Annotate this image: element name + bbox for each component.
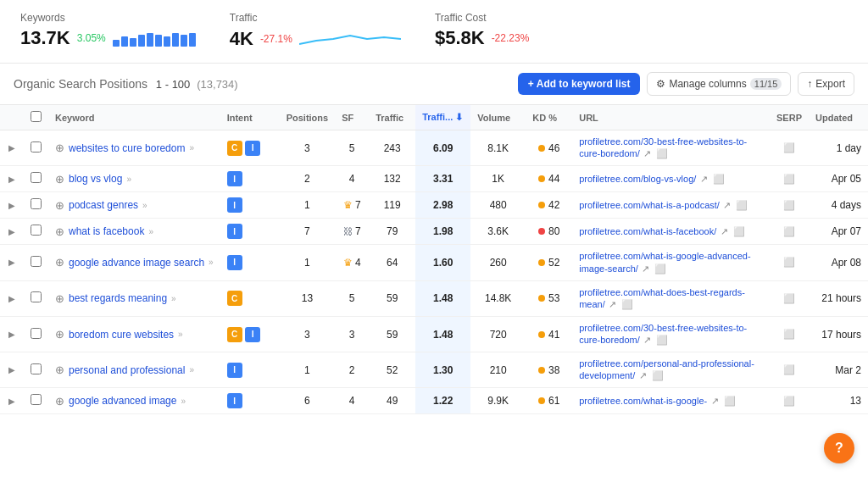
row-checkbox-cell[interactable] <box>24 192 48 219</box>
row-expand[interactable]: ▶ <box>0 316 24 352</box>
row-checkbox[interactable] <box>31 394 42 405</box>
row-checkbox[interactable] <box>31 141 42 153</box>
url-link[interactable]: profiletree.com/blog-vs-vlog/ <box>579 174 696 184</box>
row-expand[interactable]: ▶ <box>0 219 24 245</box>
serp-button[interactable]: ⬜ <box>782 328 796 341</box>
url-copy-button[interactable]: ⬜ <box>654 263 667 275</box>
expand-button[interactable]: ▶ <box>7 363 17 376</box>
url-open-button[interactable]: ↗ <box>722 199 732 212</box>
expand-button[interactable]: ▶ <box>7 225 17 238</box>
row-expand[interactable]: ▶ <box>0 280 24 316</box>
keyword-text[interactable]: boredom cure websites <box>69 329 174 341</box>
url-copy-button[interactable]: ⬜ <box>732 225 746 238</box>
url-link[interactable]: profiletree.com/what-is-facebook/ <box>579 226 716 236</box>
row-expand[interactable]: ▶ <box>0 192 24 219</box>
url-open-button[interactable]: ↗ <box>641 263 650 275</box>
keyword-text[interactable]: websites to cure boredom <box>69 142 185 154</box>
serp-cell[interactable]: ⬜ <box>770 245 809 280</box>
row-checkbox-cell[interactable] <box>24 245 48 280</box>
row-checkbox[interactable] <box>31 328 42 339</box>
url-open-button[interactable]: ↗ <box>643 147 652 160</box>
row-expand[interactable]: ▶ <box>0 245 24 280</box>
serp-button[interactable]: ⬜ <box>782 292 796 305</box>
row-checkbox[interactable] <box>31 256 42 267</box>
col-traffic-header[interactable]: Traffic <box>369 105 415 130</box>
serp-cell[interactable]: ⬜ <box>770 166 809 192</box>
url-copy-button[interactable]: ⬜ <box>735 199 748 212</box>
expand-button[interactable]: ▶ <box>7 328 17 341</box>
row-checkbox[interactable] <box>31 225 42 236</box>
keyword-text[interactable]: what is facebook <box>69 225 144 237</box>
url-link[interactable]: profiletree.com/what-does-best-regards-m… <box>579 287 745 309</box>
row-checkbox[interactable] <box>31 291 42 302</box>
url-copy-button[interactable]: ⬜ <box>712 173 726 186</box>
table-row: ▶ ⊕ what is facebook » I 7 ⛓ 7 79 1.98 3… <box>0 219 868 245</box>
keyword-text[interactable]: blog vs vlog <box>69 173 122 185</box>
row-checkbox-cell[interactable] <box>24 219 48 245</box>
expand-button[interactable]: ▶ <box>7 199 17 212</box>
serp-button[interactable]: ⬜ <box>782 173 796 186</box>
serp-button[interactable]: ⬜ <box>782 141 796 154</box>
serp-cell[interactable]: ⬜ <box>770 219 809 245</box>
url-open-button[interactable]: ↗ <box>710 395 720 408</box>
url-link[interactable]: profiletree.com/what-is-google- <box>579 396 707 406</box>
col-keyword-header[interactable]: Keyword <box>48 105 220 130</box>
url-open-button[interactable]: ↗ <box>643 334 652 347</box>
expand-button[interactable]: ▶ <box>7 256 17 269</box>
row-expand[interactable]: ▶ <box>0 388 24 414</box>
url-copy-button[interactable]: ⬜ <box>723 395 737 408</box>
serp-cell[interactable]: ⬜ <box>770 192 809 219</box>
add-to-keyword-list-button[interactable]: + Add to keyword list <box>518 73 641 95</box>
row-checkbox-cell[interactable] <box>24 352 48 388</box>
col-kd-header[interactable]: KD % <box>526 105 572 130</box>
row-checkbox-cell[interactable] <box>24 280 48 316</box>
url-copy-button[interactable]: ⬜ <box>655 334 669 347</box>
row-checkbox-cell[interactable] <box>24 388 48 414</box>
serp-button[interactable]: ⬜ <box>782 199 796 212</box>
url-link[interactable]: profiletree.com/what-is-a-podcast/ <box>579 200 720 210</box>
url-open-button[interactable]: ↗ <box>608 298 617 311</box>
serp-button[interactable]: ⬜ <box>782 363 796 376</box>
keyword-text[interactable]: google advance image search <box>69 257 204 269</box>
row-expand[interactable]: ▶ <box>0 352 24 388</box>
row-expand[interactable]: ▶ <box>0 166 24 192</box>
serp-button[interactable]: ⬜ <box>782 225 796 238</box>
serp-cell[interactable]: ⬜ <box>770 352 809 388</box>
expand-button[interactable]: ▶ <box>7 292 17 305</box>
col-volume-header[interactable]: Volume <box>470 105 526 130</box>
url-copy-button[interactable]: ⬜ <box>651 369 665 382</box>
expand-button[interactable]: ▶ <box>7 395 17 408</box>
row-checkbox-cell[interactable] <box>24 166 48 192</box>
row-expand[interactable]: ▶ <box>0 130 24 166</box>
keyword-text[interactable]: personal and professional <box>69 364 185 376</box>
url-copy-button[interactable]: ⬜ <box>620 298 634 311</box>
serp-button[interactable]: ⬜ <box>782 395 796 408</box>
serp-cell[interactable]: ⬜ <box>770 280 809 316</box>
url-open-button[interactable]: ↗ <box>699 173 709 186</box>
keyword-text[interactable]: podcast genres <box>69 199 138 211</box>
select-all-checkbox[interactable] <box>31 111 42 122</box>
serp-cell[interactable]: ⬜ <box>770 316 809 352</box>
crown-icon: ♛ <box>343 257 353 269</box>
serp-cell[interactable]: ⬜ <box>770 130 809 166</box>
serp-button[interactable]: ⬜ <box>782 256 796 269</box>
row-checkbox-cell[interactable] <box>24 130 48 166</box>
row-checkbox[interactable] <box>31 363 42 374</box>
keyword-text[interactable]: best regards meaning <box>69 292 167 304</box>
row-checkbox[interactable] <box>31 172 42 183</box>
col-traffic-pct-header[interactable]: Traffi... ⬇ <box>415 105 470 130</box>
row-checkbox-cell[interactable] <box>24 316 48 352</box>
url-copy-button[interactable]: ⬜ <box>655 147 669 160</box>
url-open-button[interactable]: ↗ <box>638 369 648 382</box>
col-updated-header[interactable]: Updated <box>809 105 868 130</box>
col-positions-header[interactable]: Positions <box>280 105 336 130</box>
expand-button[interactable]: ▶ <box>7 173 17 186</box>
row-checkbox[interactable] <box>31 198 42 209</box>
export-button[interactable]: ↑ Export <box>798 72 854 96</box>
expand-button[interactable]: ▶ <box>7 141 17 154</box>
serp-cell[interactable]: ⬜ <box>770 388 809 414</box>
url-link[interactable]: profiletree.com/personal-and-professiona… <box>579 358 754 380</box>
keyword-text[interactable]: google advanced image <box>69 395 176 407</box>
url-open-button[interactable]: ↗ <box>720 225 729 238</box>
manage-columns-button[interactable]: ⚙ Manage columns 11/15 <box>647 72 791 96</box>
